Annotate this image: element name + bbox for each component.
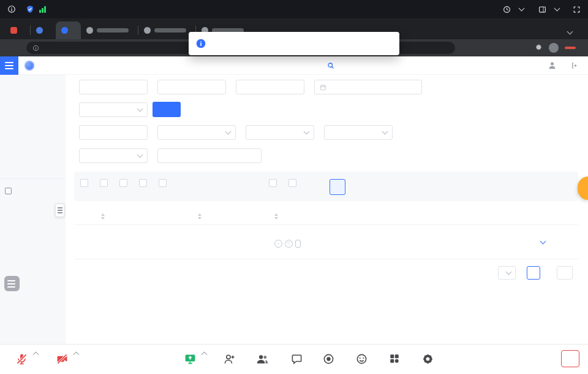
order-type-select[interactable]: [246, 125, 314, 140]
browser-tab[interactable]: [5, 21, 30, 39]
checkbox-consumer[interactable]: [119, 179, 130, 187]
chevron-down-icon: [137, 152, 143, 158]
order-no-input[interactable]: [79, 80, 148, 94]
checkbox-external[interactable]: [159, 179, 170, 187]
react-button[interactable]: [344, 346, 379, 372]
share-options-caret[interactable]: [202, 352, 208, 358]
sidebar-item-batch-verify[interactable]: [0, 156, 66, 173]
sidebar-item-member-visit[interactable]: [0, 121, 66, 139]
tab-search-icon[interactable]: [567, 29, 573, 35]
network-signal-icon[interactable]: [39, 6, 46, 13]
record-icon: [323, 353, 334, 365]
sidebar-menu-button[interactable]: [0, 56, 18, 75]
goods-type-select[interactable]: [324, 125, 393, 140]
record-button[interactable]: [311, 346, 346, 372]
checkbox[interactable]: [100, 179, 108, 187]
tabstrip-controls: [568, 31, 588, 39]
checkbox[interactable]: [159, 179, 167, 187]
mic-options-caret[interactable]: [33, 352, 39, 358]
goto-page-input[interactable]: [557, 266, 573, 280]
order-status-select[interactable]: [79, 102, 148, 117]
checkbox-store[interactable]: [100, 179, 111, 187]
settings-button[interactable]: [410, 346, 445, 372]
pickup-code-input[interactable]: [236, 80, 304, 94]
invite-button[interactable]: [211, 346, 247, 372]
filter-row-2: [74, 102, 186, 117]
all-actions-dropdown[interactable]: [538, 241, 545, 243]
browser-tab[interactable]: [31, 21, 56, 39]
tab-title-placeholder: [154, 28, 186, 32]
order-source-options: [80, 179, 572, 187]
checkbox-hq[interactable]: [80, 179, 91, 187]
logout-button[interactable]: [571, 62, 581, 69]
share-screen-button[interactable]: [172, 346, 208, 372]
sidebar-section-title: [0, 75, 66, 87]
filter-row-1: [74, 80, 422, 94]
members-button[interactable]: [244, 346, 280, 372]
app-header: [0, 56, 588, 75]
security-shield-icon[interactable]: [26, 5, 34, 13]
invite-icon: [224, 353, 235, 365]
sort-icon[interactable]: [101, 213, 105, 219]
apps-grid-icon: [389, 353, 400, 364]
checkbox-delivery[interactable]: [288, 179, 300, 187]
browser-profile-avatar[interactable]: [549, 43, 559, 53]
start-video-button[interactable]: [44, 346, 80, 372]
fullscreen-icon[interactable]: [573, 6, 581, 13]
chrome-update-button[interactable]: [565, 47, 576, 49]
checkbox[interactable]: [80, 179, 88, 187]
extensions-icon[interactable]: [535, 44, 543, 52]
current-page[interactable]: [527, 266, 540, 280]
browser-tab-active[interactable]: [56, 21, 81, 39]
calendar-icon: [320, 84, 326, 91]
chevron-down-icon: [540, 238, 546, 244]
sidebar-item-phone-pickup[interactable]: [0, 87, 66, 104]
checkbox[interactable]: [288, 179, 296, 187]
checkbox-self-pickup[interactable]: [269, 179, 280, 187]
sidebar-group-header[interactable]: [0, 183, 66, 199]
chevron-down-icon: [225, 129, 232, 135]
sidebar-item-all-orders[interactable]: [0, 229, 66, 245]
sort-icon[interactable]: [274, 213, 278, 219]
unmute-button[interactable]: [4, 346, 39, 372]
leave-meeting-button[interactable]: [561, 350, 579, 367]
list-float-button[interactable]: [4, 276, 20, 291]
phone-input[interactable]: [157, 80, 226, 94]
view-dropdown-icon[interactable]: [554, 6, 560, 12]
terminal-type-select[interactable]: [79, 148, 148, 163]
search-button[interactable]: [153, 102, 181, 117]
browser-tab[interactable]: [138, 21, 195, 39]
chevron-down-icon: [137, 105, 143, 112]
pickup-time-range[interactable]: [314, 80, 422, 94]
user-account[interactable]: [548, 61, 560, 70]
checkbox-warehouse-coop[interactable]: [139, 179, 150, 187]
video-options-caret[interactable]: [74, 352, 80, 358]
page-size-select[interactable]: [498, 266, 516, 280]
brand-select[interactable]: [157, 125, 236, 140]
apps-button[interactable]: [377, 346, 412, 372]
header-actions: [548, 61, 588, 70]
timer-dropdown-icon[interactable]: [519, 6, 525, 12]
logout-icon: [571, 62, 578, 69]
user-avatar-icon: [548, 61, 557, 70]
mobile-order-icon: [295, 240, 301, 248]
search-icon: [327, 62, 334, 69]
checkbox[interactable]: [139, 179, 147, 187]
sidebar-group-all-orders: [0, 178, 66, 260]
sidebar-item-door-pickup[interactable]: [0, 104, 66, 121]
chat-button[interactable]: [279, 346, 314, 372]
receiver-input[interactable]: [79, 125, 148, 140]
return-original-order-button[interactable]: [330, 179, 345, 195]
checkbox[interactable]: [119, 179, 127, 187]
sidebar-item-card-pickup[interactable]: [0, 139, 66, 156]
table-header: [74, 208, 578, 225]
expect-date-range[interactable]: [157, 148, 262, 163]
sidebar-collapse-handle[interactable]: [55, 204, 64, 217]
sidebar-item-hq-dispatch[interactable]: [0, 245, 66, 260]
quick-search[interactable]: [327, 62, 337, 69]
logo-icon: [24, 61, 34, 71]
site-info-icon[interactable]: [32, 45, 39, 52]
sort-icon[interactable]: [198, 213, 202, 219]
checkbox[interactable]: [269, 179, 277, 187]
browser-tab[interactable]: [81, 21, 138, 39]
